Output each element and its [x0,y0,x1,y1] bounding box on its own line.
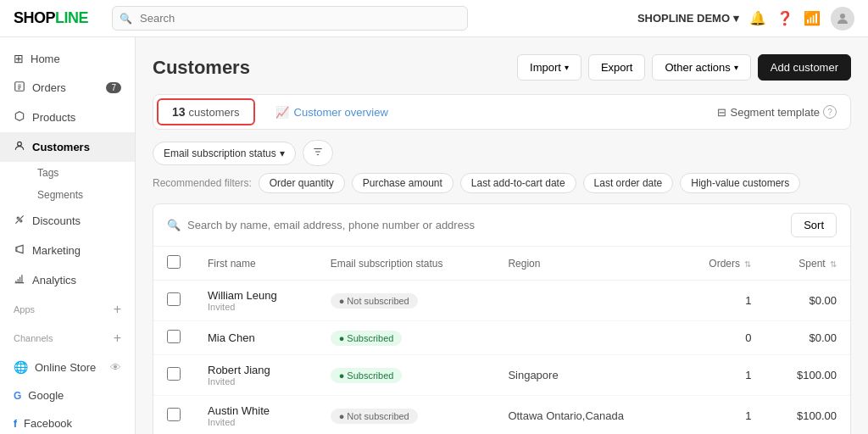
customers-table: 🔍 Sort First name Email subscription sta… [153,203,851,434]
avatar[interactable] [831,7,854,31]
discounts-icon [14,214,25,228]
page-title: Customers [153,57,517,79]
filter-purchase-amount[interactable]: Purchase amount [352,173,453,193]
row-checkbox[interactable] [167,292,181,306]
customer-sub: Invited [208,376,303,387]
table-search-bar: 🔍 Sort [153,204,850,247]
sidebar-customers-sub: Tags Segments [0,162,135,206]
tabs-bar: 13 customers 📈 Customer overview ⊟ Segme… [153,94,851,130]
main-layout: ⊞ Home Orders 7 Products Customers Tags [0,37,868,434]
tab-all-customers[interactable]: 13 customers [157,98,255,125]
search-icon: 🔍 [120,13,132,25]
filter-order-quantity[interactable]: Order quantity [259,173,345,193]
customer-region [494,281,676,321]
filter-last-order-date[interactable]: Last order date [583,173,674,193]
select-all-checkbox[interactable] [167,255,181,269]
svg-point-2 [18,142,22,146]
table-row: Austin White Invited ● Not subscribed Ot… [153,396,850,435]
filter-high-value[interactable]: High-value customers [680,173,800,193]
content-area: Customers Import ▾ Export Other actions … [136,37,868,434]
facebook-icon: f [14,418,17,430]
customer-name: Robert Jiang [208,364,303,376]
customer-orders: 1 [676,396,765,435]
table-search-input[interactable] [187,219,784,231]
customer-region: Singapore [494,355,676,396]
header-actions: Import ▾ Export Other actions ▾ Add cust… [517,54,851,81]
help-circle-icon: ? [823,105,837,119]
customer-name: Mia Chen [208,331,303,344]
chart-icon: 📈 [275,106,289,119]
customer-region: Ottawa Ontario,Canada [494,396,676,435]
marketing-icon [14,243,25,258]
row-checkbox[interactable] [167,330,181,343]
col-email-status: Email subscription status [317,247,495,281]
search-input[interactable] [112,6,468,31]
customer-spent: $100.00 [765,396,850,435]
table-row: William Leung Invited ● Not subscribed 1… [153,281,850,321]
row-checkbox[interactable] [167,367,181,381]
customer-spent: $0.00 [765,281,850,321]
sidebar-item-customers[interactable]: Customers [0,132,135,162]
sidebar-item-tags[interactable]: Tags [27,162,135,184]
other-actions-button[interactable]: Other actions ▾ [652,54,750,81]
add-customer-button[interactable]: Add customer [758,54,851,81]
customer-spent: $0.00 [765,321,850,355]
email-subscription-filter[interactable]: Email subscription status ▾ [153,142,296,165]
apps-section: Apps + [0,295,135,324]
shopline-demo-button[interactable]: SHOPLINE DEMO ▾ [637,12,739,25]
email-status-badge: ● Not subscribed [331,293,418,309]
sidebar-item-orders[interactable]: Orders 7 [0,73,135,103]
recommended-filters: Recommended filters: Order quantity Purc… [153,173,851,193]
logo: SHOPLINE [14,9,88,27]
analytics-icon [14,273,25,287]
search-bar: 🔍 [112,6,468,31]
sidebar-item-products[interactable]: Products [0,103,135,132]
customer-name: William Leung [208,289,303,302]
customer-orders: 0 [676,321,765,355]
export-button[interactable]: Export [588,54,646,81]
col-first-name: First name [194,247,317,281]
eye-icon[interactable]: 👁 [110,361,121,374]
sidebar-item-home[interactable]: ⊞ Home [0,44,135,73]
col-spent: Spent ⇅ [765,247,850,281]
customers-icon [14,140,25,154]
svg-point-4 [20,220,22,222]
channels-add-button[interactable]: + [114,331,121,346]
top-nav: SHOPLINE 🔍 SHOPLINE DEMO ▾ 🔔 ❓ 📶 [0,0,868,37]
svg-point-3 [17,217,19,219]
orders-badge: 7 [106,82,121,93]
table-row: Robert Jiang Invited ● Subscribed Singap… [153,355,850,396]
products-icon [14,110,25,125]
customer-region [494,321,676,355]
filter-last-add-to-cart[interactable]: Last add-to-cart date [460,173,576,193]
customers-data-table: First name Email subscription status Reg… [153,247,850,434]
orders-icon [14,81,25,95]
tab-customer-overview[interactable]: 📈 Customer overview [259,97,405,127]
customer-sub: Invited [208,302,303,312]
sidebar-item-analytics[interactable]: Analytics [0,265,135,295]
sort-button[interactable]: Sort [791,213,837,237]
row-checkbox[interactable] [167,408,181,421]
sidebar: ⊞ Home Orders 7 Products Customers Tags [0,37,136,434]
bell-icon[interactable]: 🔔 [749,10,766,26]
online-store-icon: 🌐 [14,360,28,374]
apps-add-button[interactable]: + [114,302,121,317]
customer-orders: 1 [676,281,765,321]
import-button[interactable]: Import ▾ [517,54,581,81]
sidebar-item-google[interactable]: G Google [0,381,135,409]
sidebar-item-facebook[interactable]: f Facebook [0,409,135,434]
email-status-badge: ● Subscribed [331,368,403,383]
page-header: Customers Import ▾ Export Other actions … [153,54,851,81]
segment-template[interactable]: ⊟ Segment template ? [717,105,850,119]
email-status-badge: ● Subscribed [331,331,403,346]
sidebar-item-discounts[interactable]: Discounts [0,206,135,236]
customer-sub: Invited [208,417,303,427]
sidebar-item-online-store[interactable]: 🌐 Online Store 👁 [0,353,135,381]
sidebar-item-marketing[interactable]: Marketing [0,236,135,265]
table-row: Mia Chen ● Subscribed 0 $0.00 [153,321,850,355]
wifi-icon: 📶 [804,10,821,26]
sidebar-item-segments[interactable]: Segments [27,184,135,206]
help-icon[interactable]: ❓ [776,10,793,26]
customer-orders: 1 [676,355,765,396]
filter-icon-button[interactable] [303,140,333,166]
